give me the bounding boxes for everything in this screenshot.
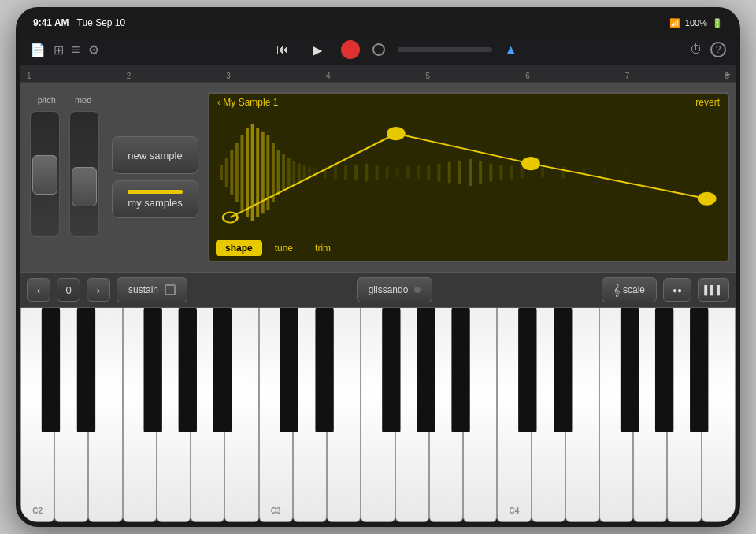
center-controls: new sample my samples bbox=[109, 89, 202, 265]
status-date: Tue Sep 10 bbox=[77, 17, 126, 28]
waveform-svg bbox=[209, 113, 728, 232]
volume-button[interactable] bbox=[16, 169, 19, 201]
svg-rect-39 bbox=[521, 166, 524, 178]
pitch-thumb[interactable] bbox=[32, 155, 57, 195]
c4-label: C4 bbox=[509, 506, 519, 515]
home-button[interactable] bbox=[736, 185, 740, 224]
status-time: 9:41 AM bbox=[33, 17, 69, 28]
status-right: 📶 100% 🔋 bbox=[669, 18, 723, 28]
ruler-mark-4: 4 bbox=[326, 72, 331, 80]
key-gs4 bbox=[655, 308, 673, 432]
svg-rect-37 bbox=[499, 165, 502, 180]
octave-up-button[interactable]: › bbox=[87, 278, 110, 302]
c2-label: C2 bbox=[32, 506, 43, 515]
svg-rect-15 bbox=[292, 161, 295, 184]
samples-bar bbox=[128, 190, 183, 194]
pitch-mod-labels: pitch mod bbox=[38, 95, 92, 105]
svg-rect-4 bbox=[235, 143, 239, 202]
mod-slider[interactable] bbox=[69, 111, 99, 237]
svg-rect-26 bbox=[386, 166, 389, 178]
chord-icon: ●● bbox=[673, 286, 682, 295]
svg-rect-47 bbox=[686, 171, 689, 174]
battery-label: 100% bbox=[685, 18, 707, 28]
tab-trim[interactable]: trim bbox=[306, 240, 340, 256]
mixer-icon[interactable]: ≡ bbox=[72, 42, 80, 58]
toolbar-left: 📄 ⊞ ≡ ⚙ bbox=[30, 42, 99, 58]
key-ds2 bbox=[77, 308, 95, 432]
play-button[interactable]: ▶ bbox=[306, 39, 328, 61]
waveform-title: My Sample 1 bbox=[223, 97, 278, 108]
help-icon[interactable]: ? bbox=[710, 42, 726, 57]
key-gs3 bbox=[417, 308, 435, 432]
key-fs2 bbox=[144, 308, 162, 432]
svg-rect-42 bbox=[583, 168, 586, 176]
svg-rect-11 bbox=[272, 143, 275, 202]
tracks-view-icon[interactable]: ⊞ bbox=[54, 43, 64, 57]
sampler-panel: pitch mod new sample bbox=[20, 83, 736, 272]
mod-label: mod bbox=[75, 95, 91, 105]
pitch-slider[interactable] bbox=[30, 111, 60, 237]
svg-rect-21 bbox=[334, 165, 337, 179]
key-as3 bbox=[451, 308, 469, 432]
svg-rect-34 bbox=[469, 159, 472, 186]
record-button[interactable] bbox=[341, 40, 360, 59]
svg-rect-1 bbox=[220, 165, 223, 180]
key-cs2 bbox=[42, 308, 60, 432]
c3-label: C3 bbox=[271, 506, 281, 515]
rewind-button[interactable]: ⏮ bbox=[272, 39, 294, 61]
tab-tune[interactable]: tune bbox=[265, 240, 302, 256]
svg-rect-14 bbox=[287, 158, 291, 187]
svg-rect-36 bbox=[489, 164, 492, 182]
svg-rect-5 bbox=[240, 135, 243, 210]
ruler-marks: 1 2 3 4 5 6 7 8 bbox=[27, 72, 729, 80]
ruler-mark-7: 7 bbox=[625, 72, 630, 80]
controls-icon[interactable]: ⚙ bbox=[88, 43, 99, 57]
ruler-mark-2: 2 bbox=[127, 72, 132, 80]
svg-rect-45 bbox=[645, 170, 648, 175]
svg-rect-33 bbox=[458, 161, 461, 184]
new-sample-button[interactable]: new sample bbox=[112, 136, 198, 174]
arpeggio-button[interactable]: ▌▌▌ bbox=[698, 278, 729, 302]
mod-thumb[interactable] bbox=[72, 167, 97, 206]
metronome-icon[interactable]: ⏱ bbox=[690, 43, 702, 57]
waveform-display[interactable]: ‹ My Sample 1 revert bbox=[208, 92, 729, 262]
pitch-mod-sliders bbox=[30, 111, 99, 237]
black-keys-svg bbox=[20, 308, 736, 432]
count-in-button[interactable] bbox=[372, 43, 385, 56]
svg-rect-16 bbox=[298, 164, 301, 182]
toolbar-center: ⏮ ▶ ▲ bbox=[106, 39, 684, 61]
new-song-icon[interactable]: 📄 bbox=[30, 43, 46, 57]
glissando-button[interactable]: glissando bbox=[357, 277, 433, 302]
svg-rect-46 bbox=[665, 170, 669, 175]
chord-button[interactable]: ●● bbox=[663, 278, 691, 302]
waveform-back-button[interactable]: ‹ My Sample 1 bbox=[217, 97, 278, 108]
svg-rect-13 bbox=[282, 154, 285, 191]
sustain-button[interactable]: sustain bbox=[117, 277, 187, 302]
toolbar: 📄 ⊞ ≡ ⚙ ⏮ ▶ ▲ ⏱ ? bbox=[20, 34, 736, 65]
timeline-progress bbox=[398, 47, 492, 52]
key-ds3 bbox=[315, 308, 333, 432]
svg-rect-3 bbox=[230, 150, 233, 195]
svg-rect-43 bbox=[603, 169, 606, 176]
my-samples-button[interactable]: my samples bbox=[112, 180, 198, 218]
key-cs4 bbox=[518, 308, 536, 432]
ruler: 1 2 3 4 5 6 7 8 + bbox=[20, 65, 736, 83]
octave-down-button[interactable]: ‹ bbox=[27, 278, 50, 302]
add-track-button[interactable]: + bbox=[724, 68, 731, 80]
svg-rect-48 bbox=[707, 172, 710, 173]
glissando-indicator bbox=[414, 287, 421, 293]
waveform-tabs: shape tune trim bbox=[216, 240, 340, 256]
svg-rect-30 bbox=[427, 165, 430, 180]
piano-keyboard[interactable]: C2 C3 C4 bbox=[20, 308, 736, 522]
waveform-header: ‹ My Sample 1 revert bbox=[209, 94, 728, 111]
tab-shape[interactable]: shape bbox=[216, 240, 262, 256]
waveform-revert-button[interactable]: revert bbox=[695, 97, 720, 108]
smart-tempo-icon[interactable]: ▲ bbox=[505, 43, 517, 57]
ruler-mark-5: 5 bbox=[426, 72, 431, 80]
pitch-label: pitch bbox=[38, 95, 56, 105]
ipad-frame: 9:41 AM Tue Sep 10 📶 100% 🔋 📄 ⊞ ≡ ⚙ ⏮ ▶ … bbox=[16, 7, 740, 527]
scale-button[interactable]: 𝄞 scale bbox=[602, 277, 657, 302]
svg-rect-23 bbox=[354, 165, 358, 181]
svg-rect-28 bbox=[406, 166, 410, 178]
svg-rect-12 bbox=[277, 150, 280, 195]
